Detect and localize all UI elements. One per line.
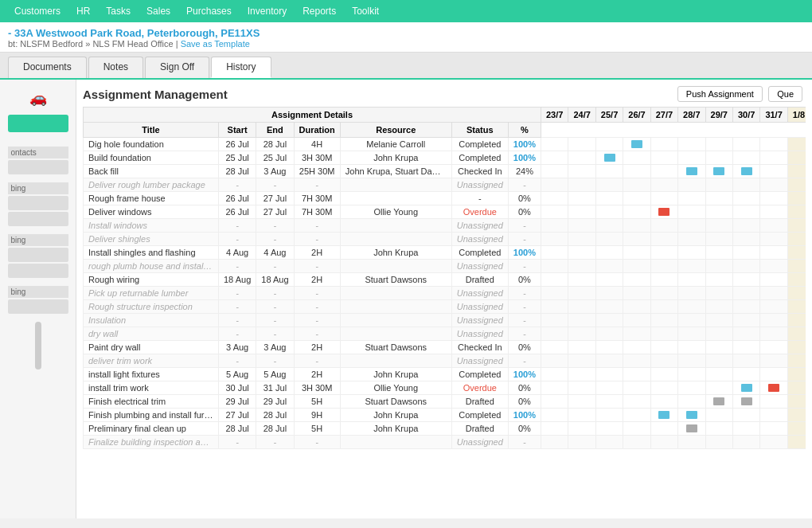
row-start: 27 Jul <box>219 409 256 422</box>
row-pct: 0% <box>508 341 541 354</box>
sidebar-section-bing1: bing <box>8 182 68 228</box>
details-header: Assignment Details <box>84 108 541 123</box>
sidebar: 🚗 ontacts bing bing bing <box>0 80 76 518</box>
queue-button[interactable]: Que <box>768 86 802 102</box>
row-resource: John Krupa <box>340 422 451 436</box>
gantt-cell <box>678 165 705 178</box>
row-end: - <box>256 354 294 368</box>
gantt-cell <box>623 151 650 165</box>
gantt-cell <box>705 300 732 314</box>
gantt-cell <box>568 327 595 341</box>
gantt-cell <box>678 178 705 192</box>
gantt-cell <box>705 341 732 354</box>
table-row: Deliver windows26 Jul27 Jul7H 30MOllie Y… <box>84 205 806 219</box>
tab-documents[interactable]: Documents <box>8 57 87 78</box>
tab-signoff[interactable]: Sign Off <box>145 57 209 78</box>
row-status: Completed <box>451 409 508 422</box>
sidebar-scrollbar[interactable] <box>35 322 41 370</box>
tab-history[interactable]: History <box>211 57 271 78</box>
table-row: Rough structure inspection---Unassigned- <box>84 300 806 314</box>
gantt-cell <box>678 260 705 273</box>
row-pct: - <box>508 300 541 314</box>
gantt-cell <box>678 138 705 151</box>
gantt-cell <box>732 246 759 260</box>
gantt-cell <box>705 314 732 327</box>
gantt-cell <box>787 178 806 192</box>
sidebar-bing2-item1[interactable] <box>8 248 68 262</box>
row-pct: 0% <box>508 422 541 436</box>
save-template-link[interactable]: Save as Template <box>181 39 250 49</box>
gantt-cell <box>650 422 677 436</box>
gantt-cell <box>732 138 759 151</box>
gantt-cell <box>678 205 705 219</box>
sidebar-bing2-item2[interactable] <box>8 264 68 278</box>
gantt-cell <box>568 205 595 219</box>
nav-inventory[interactable]: Inventory <box>240 2 295 20</box>
gantt-cell <box>650 436 677 449</box>
sidebar-contacts-label: ontacts <box>8 147 68 158</box>
row-end: 31 Jul <box>256 381 294 395</box>
gantt-cell <box>541 422 568 436</box>
nav-toolkit[interactable]: Toolkit <box>344 2 387 20</box>
gantt-cell <box>541 205 568 219</box>
row-resource: John Krupa <box>340 368 451 381</box>
sidebar-search-bar[interactable] <box>8 115 68 132</box>
row-end: - <box>256 260 294 273</box>
push-assignment-button[interactable]: Push Assignment <box>677 86 763 102</box>
assignment-table-container: Assignment Details 23/7 24/7 25/7 26/7 2… <box>83 107 806 505</box>
gantt-cell <box>732 151 759 165</box>
sidebar-truck-icon: 🚗 <box>22 86 54 110</box>
table-row: Dig hole foundation26 Jul28 Jul4HMelanie… <box>84 138 806 151</box>
gantt-cell <box>623 381 650 395</box>
gantt-cell <box>568 219 595 233</box>
gantt-cell <box>678 395 705 409</box>
row-pct: - <box>508 178 541 192</box>
row-duration: - <box>294 436 340 449</box>
row-title: Rough structure inspection <box>84 300 219 314</box>
gantt-cell <box>787 436 806 449</box>
gantt-cell <box>568 287 595 300</box>
nav-reports[interactable]: Reports <box>295 2 344 20</box>
gantt-cell <box>787 138 806 151</box>
gantt-cell <box>732 192 759 205</box>
row-title: dry wall <box>84 327 219 341</box>
gantt-cell <box>760 314 787 327</box>
gantt-cell <box>705 219 732 233</box>
top-nav: Customers HR Tasks Sales Purchases Inven… <box>0 0 812 22</box>
row-resource: John Krupa <box>340 246 451 260</box>
nav-hr[interactable]: HR <box>68 2 98 20</box>
row-end: 3 Aug <box>256 341 294 354</box>
sidebar-contact-1[interactable] <box>8 160 68 174</box>
nav-customers[interactable]: Customers <box>6 2 68 20</box>
row-resource: Ollie Young <box>340 205 451 219</box>
gantt-cell <box>650 314 677 327</box>
row-status: Unassigned <box>451 178 508 192</box>
nav-sales[interactable]: Sales <box>139 2 178 20</box>
gantt-cell <box>705 273 732 287</box>
row-start: 28 Jul <box>219 422 256 436</box>
table-row: Rough wiring18 Aug18 Aug2HStuart Dawsons… <box>84 273 806 287</box>
gantt-cell <box>732 287 759 300</box>
row-pct: 0% <box>508 205 541 219</box>
row-end: 29 Jul <box>256 395 294 409</box>
row-status: Drafted <box>451 273 508 287</box>
nav-purchases[interactable]: Purchases <box>178 2 240 20</box>
gantt-cell <box>705 327 732 341</box>
tab-notes[interactable]: Notes <box>88 57 143 78</box>
gantt-cell <box>760 300 787 314</box>
row-status: Drafted <box>451 395 508 409</box>
gantt-cell <box>678 246 705 260</box>
sidebar-bing1-item2[interactable] <box>8 212 68 226</box>
row-title: install trim work <box>84 381 219 395</box>
gantt-cell <box>787 341 806 354</box>
table-row: Finish electrical trim29 Jul29 Jul5HStua… <box>84 395 806 409</box>
row-end: - <box>256 287 294 300</box>
gantt-cell <box>678 273 705 287</box>
gantt-cell <box>705 205 732 219</box>
nav-tasks[interactable]: Tasks <box>98 2 139 20</box>
sidebar-bing3-item1[interactable] <box>8 299 68 314</box>
gantt-cell <box>732 300 759 314</box>
sidebar-bing1-item1[interactable] <box>8 196 68 210</box>
row-start: 26 Jul <box>219 192 256 205</box>
row-end: - <box>256 314 294 327</box>
